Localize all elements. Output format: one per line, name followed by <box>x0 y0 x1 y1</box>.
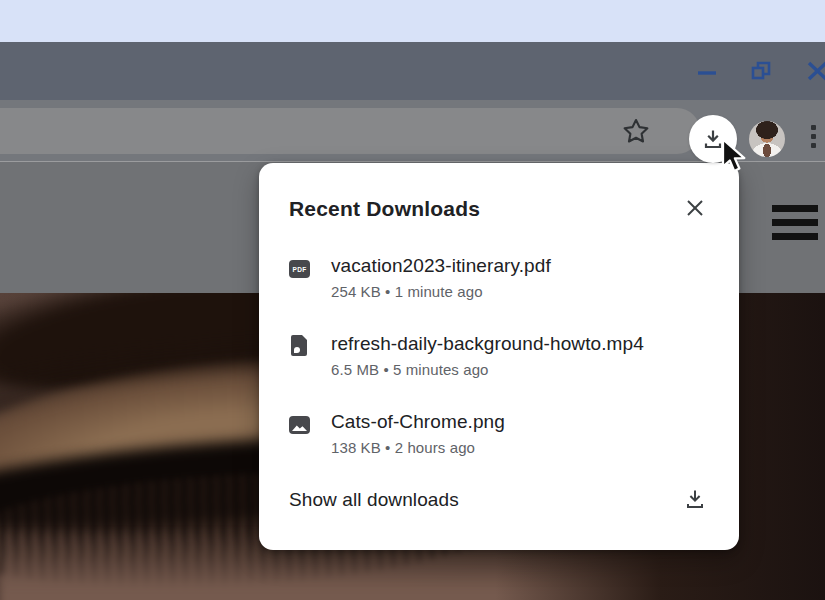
minimize-button[interactable] <box>692 56 722 86</box>
cursor-arrow-icon <box>719 137 751 175</box>
window-titlebar <box>0 42 825 100</box>
screen: Recent Downloads PDF vacation2023-itiner… <box>0 0 825 600</box>
download-name: refresh-daily-background-howto.mp4 <box>331 333 644 355</box>
image-file-icon <box>289 416 310 434</box>
close-panel-button[interactable] <box>681 194 709 222</box>
show-all-downloads-button[interactable] <box>681 485 709 513</box>
panel-title: Recent Downloads <box>289 197 480 221</box>
download-tray-icon <box>683 487 707 511</box>
pdf-file-icon: PDF <box>289 260 310 278</box>
page-menu-button[interactable] <box>772 205 818 240</box>
bookmark-button[interactable] <box>620 115 652 147</box>
download-meta: 138 KB • 2 hours ago <box>331 439 505 456</box>
downloads-panel: Recent Downloads PDF vacation2023-itiner… <box>259 163 739 550</box>
three-dot-icon <box>811 125 816 130</box>
minimize-icon <box>696 60 718 82</box>
restore-icon <box>750 60 772 82</box>
close-window-button[interactable] <box>802 56 825 86</box>
download-name: Cats-of-Chrome.png <box>331 411 505 433</box>
restore-button[interactable] <box>746 56 776 86</box>
download-name: vacation2023-itinerary.pdf <box>331 255 551 277</box>
download-meta: 6.5 MB • 5 minutes ago <box>331 361 644 378</box>
download-meta: 254 KB • 1 minute ago <box>331 283 551 300</box>
close-window-icon <box>804 60 825 82</box>
download-item-video[interactable]: refresh-daily-background-howto.mp4 6.5 M… <box>289 333 709 378</box>
download-item-pdf[interactable]: PDF vacation2023-itinerary.pdf 254 KB • … <box>289 255 709 300</box>
generic-file-icon <box>291 335 307 356</box>
close-icon <box>685 198 705 218</box>
browser-toolbar <box>0 100 825 162</box>
mouse-cursor <box>719 137 751 179</box>
bookmark-star-icon <box>621 116 651 146</box>
download-item-image[interactable]: Cats-of-Chrome.png 138 KB • 2 hours ago <box>289 411 709 456</box>
profile-avatar[interactable] <box>749 121 785 157</box>
hamburger-icon <box>772 205 818 212</box>
desktop-strip <box>0 0 825 42</box>
browser-menu-button[interactable] <box>811 125 816 148</box>
address-bar[interactable] <box>0 108 700 154</box>
show-all-downloads-link[interactable]: Show all downloads <box>289 489 459 511</box>
